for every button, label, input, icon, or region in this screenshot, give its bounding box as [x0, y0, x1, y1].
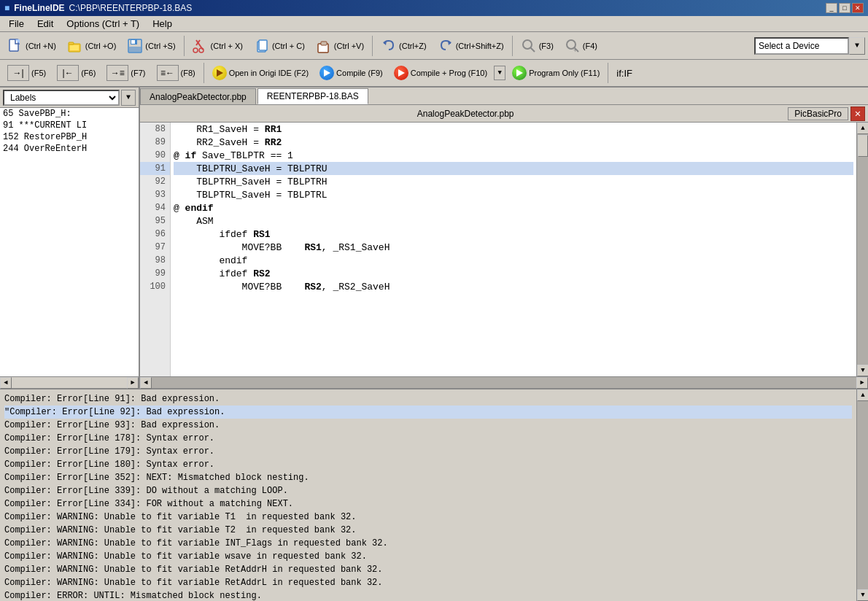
- code-vscroll: ▲ ▼: [856, 123, 868, 376]
- code-line-95: ASM: [174, 214, 853, 228]
- linenum-94: 94: [140, 201, 170, 214]
- save-button[interactable]: (Ctrl +S): [123, 34, 179, 58]
- findnext-button[interactable]: + (F4): [560, 34, 602, 58]
- indent-right2-icon: →≡: [106, 65, 128, 81]
- copy-label: (Ctrl + C): [272, 42, 305, 50]
- output-line: Compiler: WARNING: Unable to fit variabl…: [4, 537, 852, 550]
- device-input[interactable]: [754, 37, 849, 55]
- sep2: [372, 36, 373, 56]
- indent-right-f5-button[interactable]: →| (F5): [3, 61, 50, 85]
- indent-left-f6-button[interactable]: |← (F6): [53, 61, 100, 85]
- open-label: (Ctrl +O): [85, 42, 116, 50]
- output-line: Compiler: Error[Line 93]: Bad expression…: [4, 419, 852, 432]
- vscroll-thumb[interactable]: [858, 135, 868, 157]
- open-orig-ide-button[interactable]: Open in Origi IDE (F2): [208, 61, 313, 85]
- new-label: (Ctrl +N): [26, 42, 56, 50]
- vscroll-down[interactable]: ▼: [857, 365, 868, 376]
- output-line: Compiler: Error[Line 179]: Syntax error.: [4, 445, 852, 458]
- code-line-99: ifdef RS2: [174, 267, 853, 280]
- linenum-88: 88: [140, 123, 170, 136]
- linenum-98: 98: [140, 254, 170, 267]
- cut-button[interactable]: (Ctrl + X): [188, 34, 247, 58]
- file-path: C:\PBP\REENTERPBP-18.BAS: [69, 3, 193, 13]
- indent-right2-f7-button[interactable]: →≡ (F7): [102, 61, 150, 85]
- linenum-97: 97: [140, 241, 170, 254]
- labels-dropdown[interactable]: Labels: [3, 90, 120, 106]
- code-line-92: TBLPTRH_SaveH = TBLPTRH: [174, 175, 853, 188]
- labels-dropdown-arrow[interactable]: ▼: [121, 90, 136, 106]
- menubar: File Edit Options (Ctrl + T) Help: [0, 16, 868, 32]
- output-vscroll-up[interactable]: ▲: [857, 389, 868, 401]
- linenum-99: 99: [140, 267, 170, 280]
- redo-icon: [438, 38, 454, 54]
- compile-button[interactable]: Compile (F9): [315, 61, 387, 85]
- hscroll-right[interactable]: ►: [127, 377, 139, 389]
- svg-marker-25: [217, 69, 223, 77]
- labels-list: 65 SavePBP_H: 91 ***CURRENT LI 152 Resto…: [0, 108, 139, 376]
- linenum-95: 95: [140, 214, 170, 228]
- svg-rect-7: [131, 40, 135, 44]
- open-button[interactable]: (Ctrl +O): [63, 34, 120, 58]
- paste-label: (Ctrl +V): [334, 42, 364, 50]
- device-selector: ▼: [754, 37, 865, 55]
- label-item[interactable]: 244 OverReEnterH: [0, 143, 139, 155]
- hscroll-right2[interactable]: ►: [856, 377, 868, 389]
- menu-options[interactable]: Options (Ctrl + T): [61, 17, 145, 31]
- find-button[interactable]: (F3): [516, 34, 558, 58]
- labels-header: Labels ▼: [0, 88, 139, 108]
- indent-left2-f8-button[interactable]: ≡← (F8): [152, 61, 200, 85]
- save-label: (Ctrl +S): [145, 42, 175, 50]
- redo-button[interactable]: (Ctrl+Shift+Z): [433, 34, 508, 58]
- compile-icon: [319, 66, 334, 80]
- linenum-91: 91: [140, 162, 170, 175]
- save-icon: [127, 38, 143, 54]
- menu-edit[interactable]: Edit: [31, 17, 59, 31]
- undo-button[interactable]: (Ctrl+Z): [376, 34, 431, 58]
- indent-left2-icon: ≡←: [157, 65, 179, 81]
- code-content[interactable]: RR1_SaveH = RR1 RR2_SaveH = RR2 @ if Sav…: [171, 123, 856, 376]
- label-item[interactable]: 91 ***CURRENT LI: [0, 120, 139, 131]
- tab-analog-peak[interactable]: AnalogPeakDetector.pbp: [140, 88, 256, 104]
- code-line-89: RR2_SaveH = RR2: [174, 136, 853, 149]
- svg-marker-26: [324, 69, 330, 77]
- copy-button[interactable]: (Ctrl + C): [249, 34, 309, 58]
- vscroll-up[interactable]: ▲: [857, 123, 868, 134]
- tab-reenter[interactable]: REENTERPBP-18.BAS: [257, 88, 368, 104]
- linenum-89: 89: [140, 136, 170, 149]
- svg-rect-3: [69, 42, 74, 44]
- menu-file[interactable]: File: [3, 17, 30, 31]
- program-only-button[interactable]: Program Only (F11): [508, 61, 604, 85]
- picbasicpro-button[interactable]: PicBasicPro: [788, 107, 848, 120]
- open-orig-label: Open in Origi IDE (F2): [229, 69, 309, 77]
- new-button[interactable]: (Ctrl +N): [3, 34, 61, 58]
- undo-label: (Ctrl+Z): [399, 42, 427, 50]
- menu-help[interactable]: Help: [147, 17, 178, 31]
- hscroll-left[interactable]: ◄: [0, 377, 12, 389]
- code-line-90: @ if Save_TBLPTR == 1: [174, 149, 853, 162]
- program-label: Program Only (F11): [529, 69, 600, 77]
- minimize-button[interactable]: _: [826, 3, 837, 13]
- main-area: Labels ▼ 65 SavePBP_H: 91 ***CURRENT LI …: [0, 88, 868, 389]
- output-line: Compiler: WARNING: Unable to fit variabl…: [4, 524, 852, 537]
- svg-rect-0: [9, 39, 18, 51]
- close-editor-button[interactable]: ✕: [850, 106, 865, 121]
- paste-button[interactable]: (Ctrl +V): [311, 34, 368, 58]
- close-button[interactable]: ✕: [852, 3, 864, 13]
- output-line: Compiler: Error[Line 178]: Syntax error.: [4, 432, 852, 445]
- compile-prog-button[interactable]: Compile + Prog (F10): [390, 61, 492, 85]
- compile-dropdown-arrow[interactable]: ▼: [494, 66, 505, 80]
- find-label: (F3): [539, 42, 554, 50]
- maximize-button[interactable]: □: [839, 3, 850, 13]
- label-item[interactable]: 65 SavePBP_H:: [0, 108, 139, 120]
- device-dropdown-button[interactable]: ▼: [849, 37, 865, 55]
- titlebar: ■ FineLineIDE C:\PBP\REENTERPBP-18.BAS _…: [0, 0, 868, 16]
- output-line: Compiler: WARNING: Unable to fit variabl…: [4, 511, 852, 524]
- output-line: Compiler: Error[Line 334]: FOR without a…: [4, 497, 852, 511]
- new-icon: [7, 38, 23, 54]
- label-item[interactable]: 152 RestorePBP_H: [0, 131, 139, 143]
- svg-rect-4: [70, 45, 79, 50]
- hscroll-left2[interactable]: ◄: [140, 377, 152, 389]
- code-line-100: MOVE?BB RS2, _RS2_SaveH: [174, 280, 853, 293]
- output-vscroll-down[interactable]: ▼: [857, 589, 868, 601]
- code-line-91: TBLPTRU_SaveH = TBLPTRU: [174, 162, 853, 175]
